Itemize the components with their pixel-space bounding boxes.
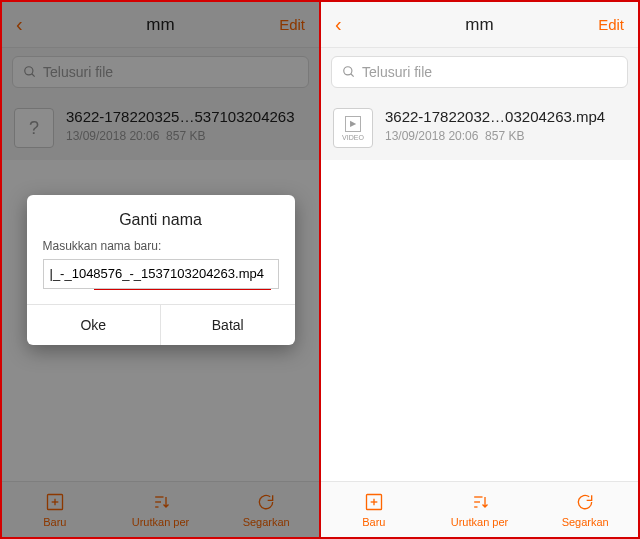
sort-label: Urutkan per xyxy=(451,516,508,528)
refresh-icon xyxy=(575,492,595,512)
cancel-button[interactable]: Batal xyxy=(160,305,295,345)
bottom-bar: Baru Urutkan per Segarkan xyxy=(321,481,638,537)
ok-button[interactable]: Oke xyxy=(27,305,161,345)
file-list: ▶ VIDEO 3622-17822032…03204263.mp4 13/09… xyxy=(321,96,638,160)
new-icon xyxy=(364,492,384,512)
extension-highlight: .mp4 xyxy=(572,108,605,125)
left-pane: ‹ mm Edit Telusuri file ? 3622-178220325… xyxy=(2,2,321,537)
search-input[interactable]: Telusuri file xyxy=(331,56,628,88)
search-icon xyxy=(342,65,356,79)
right-pane: ‹ mm Edit Telusuri file ▶ VIDEO 3622-178… xyxy=(321,2,638,537)
svg-line-9 xyxy=(351,74,354,77)
rename-dialog: Ganti nama Masukkan nama baru: Oke Batal xyxy=(27,195,295,345)
back-button[interactable]: ‹ xyxy=(335,13,375,36)
refresh-button[interactable]: Segarkan xyxy=(532,482,638,537)
header: ‹ mm Edit xyxy=(321,2,638,48)
svg-point-8 xyxy=(344,67,352,75)
file-row[interactable]: ▶ VIDEO 3622-17822032…03204263.mp4 13/09… xyxy=(331,100,628,156)
new-label: Baru xyxy=(362,516,385,528)
dialog-title: Ganti nama xyxy=(27,195,295,239)
file-thumb-video-icon: ▶ VIDEO xyxy=(333,108,373,148)
dialog-label: Masukkan nama baru: xyxy=(27,239,295,253)
page-title: mm xyxy=(375,15,584,35)
sort-button[interactable]: Urutkan per xyxy=(427,482,533,537)
search-placeholder: Telusuri file xyxy=(362,64,432,80)
edit-button[interactable]: Edit xyxy=(584,16,624,33)
file-name: 3622-17822032…03204263.mp4 xyxy=(385,108,626,125)
sort-icon xyxy=(470,492,490,512)
rename-dialog-wrap: Ganti nama Masukkan nama baru: Oke Batal xyxy=(2,2,319,537)
refresh-label: Segarkan xyxy=(562,516,609,528)
dialog-buttons: Oke Batal xyxy=(27,304,295,345)
chevron-left-icon: ‹ xyxy=(335,13,342,35)
file-meta: 13/09/2018 20:06 857 KB xyxy=(385,129,626,143)
rename-input[interactable] xyxy=(43,259,279,289)
new-button[interactable]: Baru xyxy=(321,482,427,537)
content-area xyxy=(321,160,638,481)
